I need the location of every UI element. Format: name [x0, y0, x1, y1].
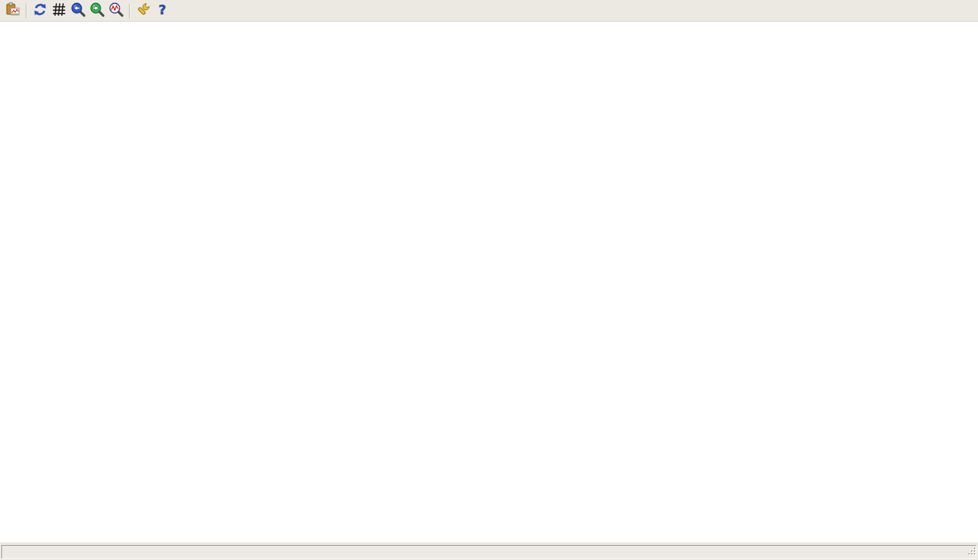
- zoom-fit-icon: [108, 1, 124, 20]
- settings-wrench-icon: [135, 1, 151, 20]
- statusbar-message: [1, 545, 977, 559]
- help-icon: ?: [154, 1, 170, 20]
- copy-plot-icon: [5, 1, 21, 20]
- toolbar-separator: [26, 3, 27, 18]
- grid-toggle-button[interactable]: [50, 1, 69, 20]
- copy-plot-button[interactable]: [3, 1, 22, 20]
- echo-chart[interactable]: [0, 129, 978, 338]
- toolbar-separator: [129, 3, 130, 18]
- refresh-plot-button[interactable]: [31, 1, 50, 20]
- zoom-previous-button[interactable]: [69, 1, 88, 20]
- plot-region: [0, 22, 978, 542]
- zoom-fit-button[interactable]: [107, 1, 126, 20]
- svg-text:?: ?: [158, 2, 166, 17]
- resize-grip-icon[interactable]: [967, 546, 977, 559]
- correlation-chart[interactable]: [0, 338, 978, 542]
- grid-toggle-icon: [51, 1, 67, 20]
- gnuplot-window: ?: [0, 0, 978, 560]
- refresh-plot-icon: [32, 1, 48, 20]
- zoom-next-button[interactable]: [88, 1, 107, 20]
- zoom-next-icon: [89, 1, 105, 20]
- toolbar: ?: [0, 0, 978, 22]
- zoom-previous-icon: [70, 1, 86, 20]
- help-button[interactable]: ?: [153, 1, 172, 20]
- sample-waveform-chart[interactable]: [0, 22, 978, 129]
- settings-button[interactable]: [134, 1, 153, 20]
- statusbar: [0, 542, 978, 560]
